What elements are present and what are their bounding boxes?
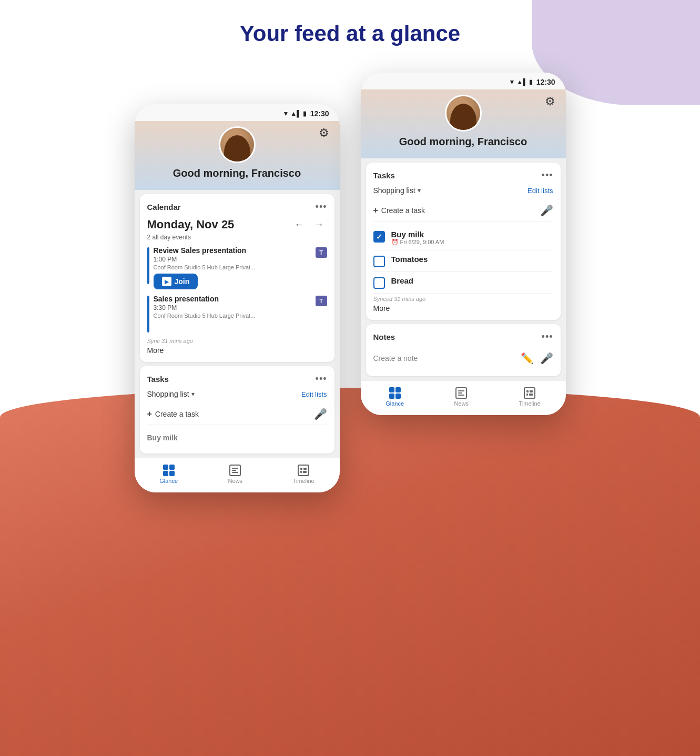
settings-icon-left[interactable]: ⚙ [319,126,329,140]
task-item-2[interactable]: Tomatoes [373,250,553,272]
mic-icon-left[interactable]: 🎤 [314,408,327,420]
cal-prev-btn[interactable]: ← [291,218,307,231]
event-content-1: Review Sales presentation 1:00 PM Conf R… [154,246,311,289]
calendar-card-header: Calendar ••• [147,201,327,213]
nav-label-news-right: News [454,400,469,407]
create-task-label-right: Create a task [381,206,425,215]
edit-lists-btn-left[interactable]: Edit lists [301,390,327,398]
bottom-nav-left: Glance News [135,458,340,492]
partial-task: Buy milk [147,429,327,446]
nav-timeline-left[interactable]: Timeline [293,465,315,484]
list-name-right: Shopping list [373,186,415,195]
status-icons-left: ▼ ▲▌ ▮ 12:30 [282,109,329,118]
mic-icon-right[interactable]: 🎤 [540,204,553,217]
event-time-1: 1:00 PM [154,256,311,263]
task-checkbox-1[interactable]: ✓ [373,231,385,243]
tasks-card-header-left: Tasks ••• [147,374,327,385]
task-content-3: Bread [391,276,553,285]
nav-news-right[interactable]: News [454,387,469,407]
all-day-text: 2 all day events [147,234,327,241]
task-item-3[interactable]: Bread [373,272,553,294]
status-time-left: 12:30 [310,109,329,118]
notes-card-header: Notes ••• [373,331,553,342]
event-title-2: Sales presentation [154,295,311,303]
mic-icon-notes[interactable]: 🎤 [540,352,553,365]
list-selector-right[interactable]: Shopping list ▾ [373,186,421,195]
cal-sync-text: Sync 31 mins ago [147,338,327,344]
tasks-title-right: Tasks [373,171,395,180]
news-icon-left [229,465,241,476]
event-time-2: 3:30 PM [154,304,311,311]
status-icons-right: ▼ ▲▌ ▮ 12:30 [509,78,555,86]
event-title-1: Review Sales presentation [154,246,311,255]
phones-container: ▼ ▲▌ ▮ 12:30 ⚙ Good morning, Francisco C… [135,73,566,492]
join-button[interactable]: ▶ Join [154,274,198,289]
tasks-title-left: Tasks [147,375,169,384]
tasks-card-header-right: Tasks ••• [373,170,553,181]
glance-icon-right [389,387,401,399]
notes-card: Notes ••• Create a note ✏️ 🎤 [366,324,561,376]
list-selector-left[interactable]: Shopping list ▾ [147,390,195,398]
phone-header-left: ⚙ Good morning, Francisco [135,121,340,190]
task-checkbox-3[interactable] [373,277,385,289]
phone-right: ▼ ▲▌ ▮ 12:30 ⚙ Good morning, Francisco T… [361,73,566,415]
nav-timeline-right[interactable]: Timeline [519,387,541,407]
phone-content-left: Calendar ••• Monday, Nov 25 ← → 2 all da… [135,190,340,458]
dropdown-arrow-right: ▾ [418,187,421,194]
plus-icon-right: + [373,206,378,215]
clock-icon-1: ⏰ [391,239,399,245]
bottom-nav-right: Glance News [361,380,566,415]
nav-glance-left[interactable]: Glance [159,465,178,484]
notes-title: Notes [373,332,395,341]
cal-more-link[interactable]: More [147,346,327,355]
timeline-icon-right [524,387,535,399]
task-content-1: Buy milk ⏰ Fri 6/29, 9:00 AM [391,230,553,246]
tasks-more-dots-right[interactable]: ••• [542,170,553,181]
create-task-left-r: + Create a task [373,206,425,215]
create-task-row-left[interactable]: + Create a task 🎤 [147,404,327,425]
event-location-1: Conf Room Studio 5 Hub Large Privat... [154,264,311,270]
cal-next-btn[interactable]: → [311,218,327,231]
tasks-more-dots-left[interactable]: ••• [316,374,327,385]
dropdown-arrow-left: ▾ [191,390,195,398]
create-task-row-right[interactable]: + Create a task 🎤 [373,200,553,221]
task-checkbox-2[interactable] [373,256,385,267]
nav-glance-right[interactable]: Glance [385,387,404,407]
teams-icon-1: T [316,247,327,258]
avatar-silhouette-left [224,135,250,163]
join-btn-icon: ▶ [162,277,171,286]
task-title-2: Tomatoes [391,255,553,264]
timeline-icon-left [298,465,309,476]
avatar-silhouette-right [450,104,476,132]
phone-header-right: ⚙ Good morning, Francisco [361,89,566,158]
create-task-left: + Create a task [147,409,199,419]
calendar-title: Calendar [147,203,181,211]
event-bar-1 [147,247,149,284]
news-icon-right [455,387,467,399]
nav-label-timeline-right: Timeline [519,400,541,407]
checkmark-1: ✓ [376,233,382,241]
create-note-row[interactable]: Create a note ✏️ 🎤 [373,348,553,369]
pencil-icon[interactable]: ✏️ [521,352,534,365]
cal-date: Monday, Nov 25 [147,218,235,231]
nav-news-left[interactable]: News [228,465,243,484]
signal-bars-r: ▲▌ [516,78,527,86]
calendar-more-dots[interactable]: ••• [316,201,327,213]
teams-icon-2: T [316,296,327,306]
tasks-card-left: Tasks ••• Shopping list ▾ Edit lists + C… [140,366,334,453]
status-time-right: 12:30 [536,78,555,86]
avatar-face-right [447,96,480,130]
join-btn-label: Join [175,277,190,286]
task-item-1[interactable]: ✓ Buy milk ⏰ Fri 6/29, 9:00 AM [373,226,553,250]
greeting-left: Good morning, Francisco [173,167,301,179]
tasks-more-link-right[interactable]: More [373,304,553,313]
note-icons: ✏️ 🎤 [521,352,553,365]
edit-lists-btn-right[interactable]: Edit lists [527,187,553,195]
glance-icon-left [163,465,175,476]
avatar-face-left [220,128,254,162]
settings-icon-right[interactable]: ⚙ [545,95,555,108]
nav-label-news-left: News [228,478,243,484]
notes-more-dots[interactable]: ••• [542,331,553,342]
signal-icon: ▼ [282,110,289,117]
avatar-right [445,95,482,132]
